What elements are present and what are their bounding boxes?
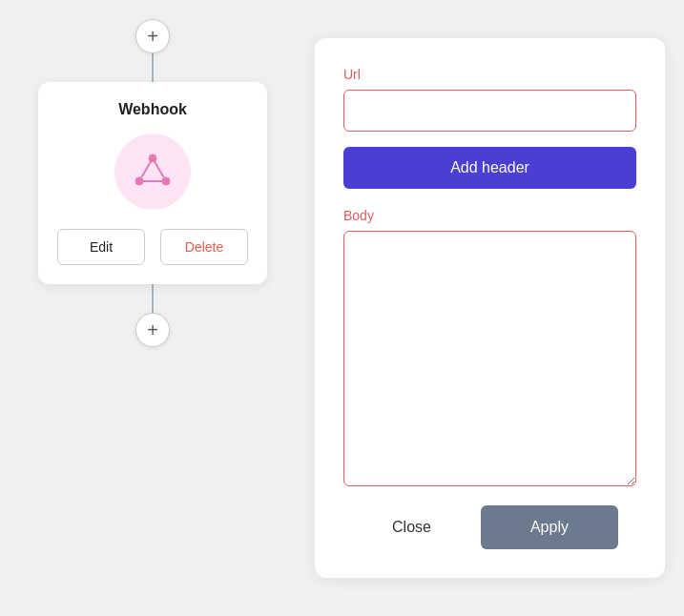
- webhook-title: Webhook: [118, 101, 187, 118]
- body-textarea[interactable]: [343, 231, 636, 486]
- webhook-actions: Edit Delete: [57, 229, 248, 265]
- bottom-connector-line: [152, 284, 154, 313]
- delete-button[interactable]: Delete: [160, 229, 248, 265]
- plus-icon-top: +: [147, 26, 158, 48]
- body-label: Body: [343, 208, 636, 223]
- add-header-button[interactable]: Add header: [343, 147, 636, 189]
- url-label: Url: [343, 67, 636, 82]
- close-button[interactable]: Close: [362, 505, 462, 549]
- add-top-button[interactable]: +: [135, 19, 170, 53]
- url-input[interactable]: [343, 90, 636, 132]
- webhook-icon: [130, 149, 176, 195]
- svg-line-3: [139, 158, 153, 181]
- webhook-icon-circle: [114, 133, 191, 210]
- form-actions: Close Apply: [343, 505, 636, 549]
- webhook-card: Webhook Edit Delete: [38, 82, 267, 284]
- apply-button[interactable]: Apply: [481, 505, 618, 549]
- main-container: + Webhook Edit Delete: [0, 0, 684, 616]
- form-panel: Url Add header Body Close Apply: [315, 38, 665, 578]
- edit-button[interactable]: Edit: [57, 229, 145, 265]
- workflow-panel: + Webhook Edit Delete: [0, 0, 305, 616]
- add-bottom-button[interactable]: +: [135, 313, 170, 347]
- svg-line-4: [153, 158, 166, 181]
- plus-icon-bottom: +: [147, 319, 158, 341]
- top-connector-line: [152, 53, 154, 82]
